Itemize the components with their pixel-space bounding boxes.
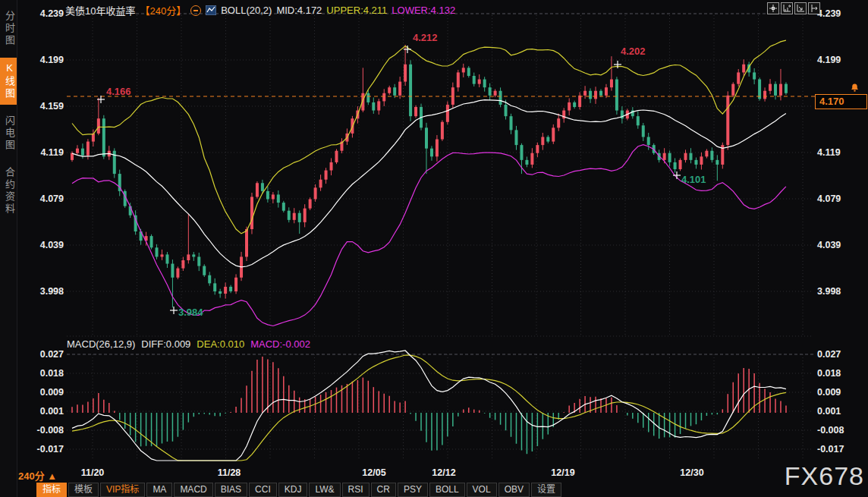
vol-button[interactable]: VOL [467,483,497,497]
tab-time-chart[interactable]: 分时图 [0,6,17,52]
boll-upper-value: UPPER:4.211 [326,5,387,16]
chart-tool-icons [767,2,820,14]
bollinger-bands [72,40,786,326]
price-annotation: 4.212 [413,32,438,43]
price-axis-label-left: 4.079 [30,193,64,204]
symbol-title: 美债10年收益率 [65,3,135,17]
current-price-tag[interactable]: 4.170 [815,94,867,109]
candlestick-series [71,45,788,307]
tab-kline-chart[interactable]: K线图 [0,58,17,105]
macd-name: MACD(26,12,9) [67,338,135,350]
psy-button[interactable]: PSY [398,483,428,497]
price-axis-label-right: 4.239 [817,8,863,19]
date-axis-label: 12/12 [427,467,461,478]
macd-diff-value: DIFF:0.009 [141,338,190,350]
minus-circle-icon[interactable] [190,5,201,16]
price-axis-label-left: 3.998 [30,286,64,297]
macd-axis-label-right: 0.027 [817,349,863,360]
bias-button[interactable]: BIAS [215,483,247,497]
macd-axis-label-left: 0.001 [30,406,64,417]
macd-axis-label-left: 0.009 [30,387,64,398]
x-axis-expand-icon[interactable] [794,2,807,14]
templates-button[interactable]: 模板 [68,483,99,497]
price-axis-label-right: 4.199 [817,55,863,65]
indicator-chart-icon[interactable] [206,5,216,15]
pan-tool-icon[interactable] [767,2,779,14]
date-axis-label: 12/19 [546,467,580,478]
cr-button[interactable]: CR [371,483,396,497]
timeframe-selector[interactable]: 240分 ▲ [18,468,57,483]
x-axis-compress-icon[interactable] [781,2,793,14]
chart-canvas[interactable] [0,0,868,497]
date-axis-label: 12/30 [675,467,709,478]
alert-bell-icon[interactable] [850,82,860,96]
price-axis-label-right: 3.998 [817,286,863,297]
cross-markers [97,46,681,314]
arrow-up-icon: ▲ [47,470,57,482]
chart-header: 美债10年收益率 【240分】 BOLL(20,2) MID:4.172 UPP… [65,3,455,17]
price-axis-label-right: 4.119 [817,147,863,158]
price-axis-label-left: 4.039 [30,240,64,250]
macd-header: MACD(26,12,9) DIFF:0.009 DEA:0.010 MACD:… [67,338,310,350]
rsi-button[interactable]: RSI [342,483,370,497]
ma-button[interactable]: MA [146,483,172,497]
macd-axis-label-left: -0.017 [30,444,64,455]
fx678-watermark: FX678 [785,461,864,491]
price-axis-label-right: 4.079 [817,193,863,204]
price-axis-label-left: 4.159 [30,101,64,112]
date-axis-label: 11/28 [212,467,246,478]
indicators-button[interactable]: 指标 [36,483,67,497]
price-annotation: 4.202 [621,46,646,57]
price-axis-label-right: 4.039 [817,240,863,250]
date-axis-label: 12/05 [357,467,391,478]
macd-axis-label-right: 0.018 [817,368,863,379]
period-tag[interactable]: 【240分】 [140,3,186,17]
macd-dea-value: DEA:0.010 [197,338,244,350]
price-axis-label-left: 4.119 [30,147,64,158]
macd-lines [72,351,786,461]
lwr-button[interactable]: LW& [309,483,340,497]
macd-axis-label-right: -0.017 [817,444,863,455]
macd-axis-label-right: 0.009 [817,387,863,398]
kdj-button[interactable]: KDJ [278,483,308,497]
cci-button[interactable]: CCI [249,483,277,497]
boll-lower-value: LOWER:4.132 [392,5,455,16]
price-annotation: 4.101 [681,174,706,185]
price-axis-label-left: 4.239 [30,8,64,19]
left-sidebar: 分时图K线图闪电图合约资料 [0,0,17,497]
macd-axis-label-left: 0.027 [30,349,64,360]
indicator-toolbar: 指标模板VIP指标MAMACDBIASCCIKDJLW&RSICRPSYBOLL… [36,483,561,497]
tab-flash-chart[interactable]: 闪电图 [0,111,17,156]
macd-hist-value: MACD:-0.002 [250,338,310,350]
shift-right-icon[interactable] [808,2,820,14]
price-annotation: 3.984 [178,307,203,318]
macd-button[interactable]: MACD [174,483,212,497]
price-annotation: 4.166 [106,86,131,97]
macd-axis-label-right: -0.008 [817,425,863,436]
boll-label: BOLL(20,2) [221,5,272,16]
settings-button[interactable]: 设置 [531,483,561,497]
price-axis-label-left: 4.199 [30,55,64,65]
boll-mid-value: MID:4.172 [276,5,322,16]
date-axis-label: 11/20 [76,467,109,478]
trading-app-window: 分时图K线图闪电图合约资料 美债10年收益率 【240分】 BOLL(20,2)… [0,0,868,497]
macd-axis-label-left: 0.018 [30,368,64,379]
boll-button[interactable]: BOLL [429,483,465,497]
macd-axis-label-right: 0.001 [817,406,863,417]
obv-button[interactable]: OBV [498,483,530,497]
tab-contract-info[interactable]: 合约资料 [0,162,17,220]
macd-axis-label-left: -0.008 [30,425,64,436]
macd-histogram [72,357,786,454]
vip-indicators-button[interactable]: VIP指标 [100,483,145,497]
